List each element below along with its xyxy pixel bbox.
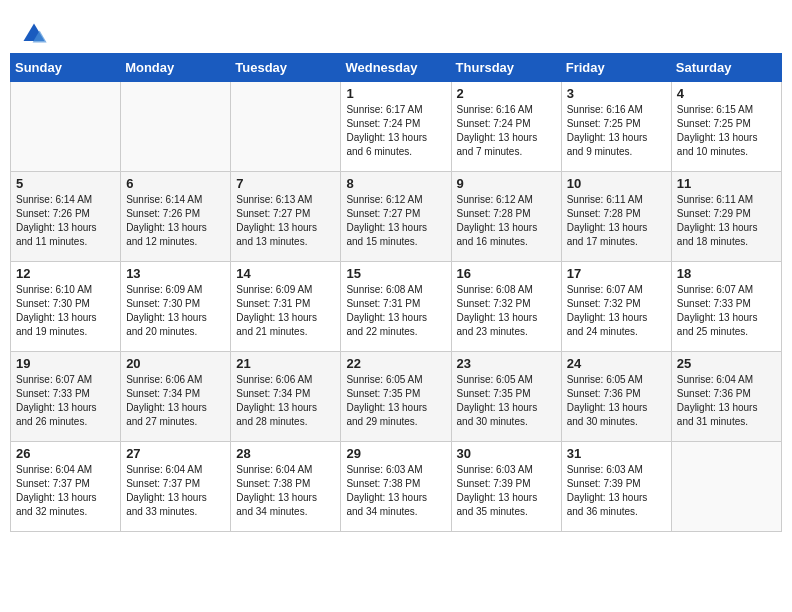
day-cell: 27Sunrise: 6:04 AM Sunset: 7:37 PM Dayli… <box>121 442 231 532</box>
day-number: 23 <box>457 356 556 371</box>
header-cell-wednesday: Wednesday <box>341 54 451 82</box>
day-info: Sunrise: 6:03 AM Sunset: 7:39 PM Dayligh… <box>457 463 556 519</box>
day-info: Sunrise: 6:04 AM Sunset: 7:36 PM Dayligh… <box>677 373 776 429</box>
day-info: Sunrise: 6:17 AM Sunset: 7:24 PM Dayligh… <box>346 103 445 159</box>
day-cell <box>671 442 781 532</box>
day-cell: 21Sunrise: 6:06 AM Sunset: 7:34 PM Dayli… <box>231 352 341 442</box>
day-cell <box>11 82 121 172</box>
day-number: 19 <box>16 356 115 371</box>
day-cell <box>231 82 341 172</box>
day-info: Sunrise: 6:05 AM Sunset: 7:35 PM Dayligh… <box>346 373 445 429</box>
day-number: 27 <box>126 446 225 461</box>
week-row-1: 1Sunrise: 6:17 AM Sunset: 7:24 PM Daylig… <box>11 82 782 172</box>
logo-icon <box>20 20 48 48</box>
header-cell-thursday: Thursday <box>451 54 561 82</box>
day-info: Sunrise: 6:06 AM Sunset: 7:34 PM Dayligh… <box>126 373 225 429</box>
day-cell: 24Sunrise: 6:05 AM Sunset: 7:36 PM Dayli… <box>561 352 671 442</box>
day-info: Sunrise: 6:06 AM Sunset: 7:34 PM Dayligh… <box>236 373 335 429</box>
day-number: 9 <box>457 176 556 191</box>
day-number: 5 <box>16 176 115 191</box>
day-cell <box>121 82 231 172</box>
calendar-table: SundayMondayTuesdayWednesdayThursdayFrid… <box>10 53 782 532</box>
header-cell-sunday: Sunday <box>11 54 121 82</box>
day-number: 3 <box>567 86 666 101</box>
day-number: 28 <box>236 446 335 461</box>
day-info: Sunrise: 6:11 AM Sunset: 7:28 PM Dayligh… <box>567 193 666 249</box>
day-cell: 19Sunrise: 6:07 AM Sunset: 7:33 PM Dayli… <box>11 352 121 442</box>
day-number: 30 <box>457 446 556 461</box>
day-number: 15 <box>346 266 445 281</box>
day-number: 26 <box>16 446 115 461</box>
day-number: 7 <box>236 176 335 191</box>
day-cell: 13Sunrise: 6:09 AM Sunset: 7:30 PM Dayli… <box>121 262 231 352</box>
week-row-3: 12Sunrise: 6:10 AM Sunset: 7:30 PM Dayli… <box>11 262 782 352</box>
day-info: Sunrise: 6:14 AM Sunset: 7:26 PM Dayligh… <box>16 193 115 249</box>
day-info: Sunrise: 6:14 AM Sunset: 7:26 PM Dayligh… <box>126 193 225 249</box>
day-number: 21 <box>236 356 335 371</box>
day-cell: 30Sunrise: 6:03 AM Sunset: 7:39 PM Dayli… <box>451 442 561 532</box>
day-cell: 10Sunrise: 6:11 AM Sunset: 7:28 PM Dayli… <box>561 172 671 262</box>
day-number: 10 <box>567 176 666 191</box>
page-header <box>10 10 782 53</box>
day-info: Sunrise: 6:12 AM Sunset: 7:27 PM Dayligh… <box>346 193 445 249</box>
day-info: Sunrise: 6:09 AM Sunset: 7:30 PM Dayligh… <box>126 283 225 339</box>
header-cell-tuesday: Tuesday <box>231 54 341 82</box>
day-cell: 3Sunrise: 6:16 AM Sunset: 7:25 PM Daylig… <box>561 82 671 172</box>
day-number: 18 <box>677 266 776 281</box>
day-info: Sunrise: 6:08 AM Sunset: 7:32 PM Dayligh… <box>457 283 556 339</box>
day-number: 24 <box>567 356 666 371</box>
day-cell: 17Sunrise: 6:07 AM Sunset: 7:32 PM Dayli… <box>561 262 671 352</box>
day-number: 13 <box>126 266 225 281</box>
day-cell: 28Sunrise: 6:04 AM Sunset: 7:38 PM Dayli… <box>231 442 341 532</box>
day-number: 8 <box>346 176 445 191</box>
day-cell: 15Sunrise: 6:08 AM Sunset: 7:31 PM Dayli… <box>341 262 451 352</box>
day-number: 20 <box>126 356 225 371</box>
day-cell: 1Sunrise: 6:17 AM Sunset: 7:24 PM Daylig… <box>341 82 451 172</box>
day-cell: 22Sunrise: 6:05 AM Sunset: 7:35 PM Dayli… <box>341 352 451 442</box>
day-number: 16 <box>457 266 556 281</box>
day-number: 12 <box>16 266 115 281</box>
day-cell: 8Sunrise: 6:12 AM Sunset: 7:27 PM Daylig… <box>341 172 451 262</box>
header-cell-monday: Monday <box>121 54 231 82</box>
day-cell: 2Sunrise: 6:16 AM Sunset: 7:24 PM Daylig… <box>451 82 561 172</box>
day-cell: 16Sunrise: 6:08 AM Sunset: 7:32 PM Dayli… <box>451 262 561 352</box>
header-cell-friday: Friday <box>561 54 671 82</box>
day-info: Sunrise: 6:15 AM Sunset: 7:25 PM Dayligh… <box>677 103 776 159</box>
week-row-2: 5Sunrise: 6:14 AM Sunset: 7:26 PM Daylig… <box>11 172 782 262</box>
day-info: Sunrise: 6:11 AM Sunset: 7:29 PM Dayligh… <box>677 193 776 249</box>
day-info: Sunrise: 6:09 AM Sunset: 7:31 PM Dayligh… <box>236 283 335 339</box>
day-number: 25 <box>677 356 776 371</box>
week-row-4: 19Sunrise: 6:07 AM Sunset: 7:33 PM Dayli… <box>11 352 782 442</box>
day-info: Sunrise: 6:04 AM Sunset: 7:38 PM Dayligh… <box>236 463 335 519</box>
day-info: Sunrise: 6:04 AM Sunset: 7:37 PM Dayligh… <box>126 463 225 519</box>
day-info: Sunrise: 6:03 AM Sunset: 7:39 PM Dayligh… <box>567 463 666 519</box>
day-number: 1 <box>346 86 445 101</box>
day-number: 11 <box>677 176 776 191</box>
day-cell: 14Sunrise: 6:09 AM Sunset: 7:31 PM Dayli… <box>231 262 341 352</box>
day-info: Sunrise: 6:16 AM Sunset: 7:25 PM Dayligh… <box>567 103 666 159</box>
day-cell: 26Sunrise: 6:04 AM Sunset: 7:37 PM Dayli… <box>11 442 121 532</box>
day-info: Sunrise: 6:04 AM Sunset: 7:37 PM Dayligh… <box>16 463 115 519</box>
day-info: Sunrise: 6:05 AM Sunset: 7:35 PM Dayligh… <box>457 373 556 429</box>
day-info: Sunrise: 6:13 AM Sunset: 7:27 PM Dayligh… <box>236 193 335 249</box>
day-cell: 20Sunrise: 6:06 AM Sunset: 7:34 PM Dayli… <box>121 352 231 442</box>
header-cell-saturday: Saturday <box>671 54 781 82</box>
logo <box>20 20 52 48</box>
day-number: 29 <box>346 446 445 461</box>
week-row-5: 26Sunrise: 6:04 AM Sunset: 7:37 PM Dayli… <box>11 442 782 532</box>
day-cell: 12Sunrise: 6:10 AM Sunset: 7:30 PM Dayli… <box>11 262 121 352</box>
day-info: Sunrise: 6:07 AM Sunset: 7:33 PM Dayligh… <box>677 283 776 339</box>
day-cell: 7Sunrise: 6:13 AM Sunset: 7:27 PM Daylig… <box>231 172 341 262</box>
day-number: 22 <box>346 356 445 371</box>
day-cell: 31Sunrise: 6:03 AM Sunset: 7:39 PM Dayli… <box>561 442 671 532</box>
day-info: Sunrise: 6:16 AM Sunset: 7:24 PM Dayligh… <box>457 103 556 159</box>
day-number: 31 <box>567 446 666 461</box>
day-cell: 9Sunrise: 6:12 AM Sunset: 7:28 PM Daylig… <box>451 172 561 262</box>
day-number: 6 <box>126 176 225 191</box>
day-cell: 25Sunrise: 6:04 AM Sunset: 7:36 PM Dayli… <box>671 352 781 442</box>
day-cell: 11Sunrise: 6:11 AM Sunset: 7:29 PM Dayli… <box>671 172 781 262</box>
day-info: Sunrise: 6:10 AM Sunset: 7:30 PM Dayligh… <box>16 283 115 339</box>
day-info: Sunrise: 6:05 AM Sunset: 7:36 PM Dayligh… <box>567 373 666 429</box>
day-info: Sunrise: 6:07 AM Sunset: 7:32 PM Dayligh… <box>567 283 666 339</box>
day-info: Sunrise: 6:07 AM Sunset: 7:33 PM Dayligh… <box>16 373 115 429</box>
